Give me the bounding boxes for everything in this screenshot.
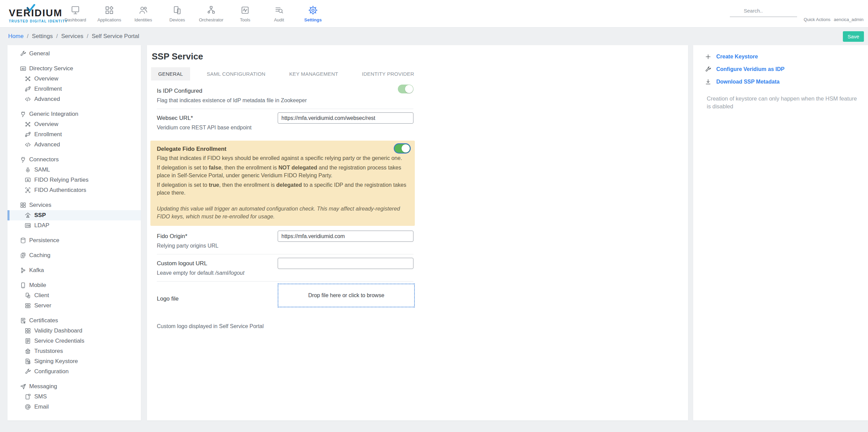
sidebar-item-certificates[interactable]: Certificates	[7, 315, 141, 326]
field-websec-url: Websec URL* Veridium core REST API base …	[157, 109, 413, 136]
logo-checkmark-icon	[26, 4, 35, 12]
address-card-icon	[24, 222, 31, 229]
sidebar-item-fido-relying-parties[interactable]: FIDO Relying Parties	[7, 175, 141, 185]
delegate-fido-toggle[interactable]	[394, 144, 410, 153]
sidebar-item-client[interactable]: Client	[7, 290, 141, 301]
user-menu[interactable]: aencica_admin	[832, 0, 865, 28]
field-description: Flag that indicates existence of IdP met…	[157, 97, 413, 104]
action-create-keystore[interactable]: Create Keystore	[705, 53, 856, 61]
top-bar: VERIDIUM TRUSTED DIGITAL IDENTITY Dashbo…	[0, 0, 868, 28]
plus-icon	[705, 53, 712, 60]
sidebar-item-overview[interactable]: Overview	[7, 119, 141, 129]
sidebar-item-validity-dashboard[interactable]: Validity Dashboard	[7, 326, 141, 336]
person-scan-icon	[24, 187, 31, 194]
sidebar-item-caching[interactable]: Caching	[7, 250, 141, 260]
breadcrumb-home[interactable]: Home	[8, 33, 23, 40]
database-icon	[20, 237, 26, 244]
logo-file-dropzone[interactable]: Drop file here or click to browse	[278, 284, 415, 307]
sidebar-item-saml[interactable]: SAML	[7, 165, 141, 175]
phone-icon	[20, 282, 26, 289]
sidebar-item-fido-authenticators[interactable]: FIDO Authenticators	[7, 185, 141, 195]
delegate-fido-enrollment-box: Delegate Fido Enrollment Flag that indic…	[150, 141, 415, 226]
sidebar-item-enrollment[interactable]: Enrollment	[7, 129, 141, 140]
nav-item-dashboard[interactable]: Dashboard	[58, 0, 92, 28]
wrench-icon	[24, 368, 31, 375]
sidebar-item-ldap[interactable]: LDAP	[7, 220, 141, 231]
action-configure-veridium-as-idp[interactable]: Configure Veridium as IDP	[705, 65, 856, 73]
sms-icon	[24, 393, 31, 400]
wand-icon	[813, 6, 822, 15]
custom-logout-url-input[interactable]	[278, 258, 413, 269]
save-button[interactable]: Save	[843, 31, 864, 42]
nav-item-applications[interactable]: Applications	[92, 0, 126, 28]
sidebar-item-enrollment[interactable]: Enrollment	[7, 84, 141, 94]
sidebar-item-messaging[interactable]: Messaging	[7, 381, 141, 392]
plug-icon	[20, 156, 26, 163]
sidebar-item-email[interactable]: Email	[7, 402, 141, 412]
field-description: Relying party origins URL	[157, 242, 413, 249]
field-custom-logout-url: Custom logout URL Leave empty for defaul…	[157, 254, 413, 282]
sidebar-item-persistence[interactable]: Persistence	[7, 235, 141, 246]
breadcrumb-services[interactable]: Services	[61, 33, 83, 40]
doc-lines-icon	[24, 338, 31, 344]
settings-sidebar: GeneralADDirectory ServiceOverviewEnroll…	[7, 45, 141, 420]
doc-lock-icon	[24, 358, 31, 365]
user-icon	[844, 6, 853, 15]
enroll-icon	[24, 86, 31, 92]
nav-item-settings[interactable]: Settings	[296, 0, 330, 28]
identities-icon	[138, 5, 148, 15]
sidebar-item-configuration[interactable]: Configuration	[7, 366, 141, 377]
tab-identity-provider[interactable]: IDENTITY PROVIDER	[355, 67, 421, 80]
sidebar-item-server[interactable]: Server	[7, 301, 141, 311]
breadcrumb-separator: /	[56, 33, 58, 40]
tools-icon	[240, 5, 250, 15]
sidebar-item-generic-integration[interactable]: Generic Integration	[7, 109, 141, 119]
applications-icon	[104, 5, 114, 15]
sidebar-item-connectors[interactable]: Connectors	[7, 154, 141, 165]
house-person-icon	[24, 212, 31, 219]
fido-origin-input[interactable]	[278, 231, 413, 242]
websec-url-input[interactable]	[278, 112, 413, 124]
quick-actions-button[interactable]: Quick Actions	[800, 0, 834, 28]
orchestrator-icon	[206, 5, 216, 15]
sidebar-item-signing-keystore[interactable]: Signing Keystore	[7, 356, 141, 366]
sidebar-item-sms[interactable]: SMS	[7, 392, 141, 402]
search-box	[730, 7, 797, 17]
download-icon	[705, 78, 712, 85]
action-download-ssp-metadata[interactable]: Download SSP Metadata	[705, 78, 856, 86]
sidebar-item-service-credentials[interactable]: Service Credentials	[7, 336, 141, 346]
breadcrumb-settings[interactable]: Settings	[32, 33, 53, 40]
tab-saml-configuration[interactable]: SAML CONFIGURATION	[200, 67, 273, 80]
sidebar-item-services[interactable]: Services	[7, 200, 141, 210]
cert-icon	[20, 317, 26, 324]
sidebar-item-directory-service[interactable]: ADDirectory Service	[7, 63, 141, 74]
sidebar-item-advanced[interactable]: Advanced	[7, 94, 141, 104]
field-description: Leave empty for default /saml/logout	[157, 270, 413, 276]
sidebar-item-general[interactable]: General	[7, 48, 141, 59]
search-icon	[733, 7, 739, 14]
nav-item-devices[interactable]: Devices	[160, 0, 194, 28]
sidebar-item-ssp[interactable]: SSP	[7, 210, 141, 220]
search-input[interactable]	[744, 8, 784, 14]
sidebar-item-truststores[interactable]: Truststores	[7, 346, 141, 356]
sidebar-item-kafka[interactable]: Kafka	[7, 265, 141, 275]
nav-item-identities[interactable]: Identities	[126, 0, 160, 28]
tab-general[interactable]: GENERAL	[151, 67, 190, 80]
sidebar-item-advanced[interactable]: Advanced	[7, 140, 141, 150]
safe-icon	[24, 348, 31, 355]
nav-item-tools[interactable]: Tools	[228, 0, 262, 28]
audit-icon	[274, 5, 284, 15]
devices-icon	[172, 5, 182, 15]
nav-item-audit[interactable]: Audit	[262, 0, 296, 28]
server-icon	[24, 302, 31, 309]
is-idp-configured-toggle[interactable]	[398, 85, 413, 93]
sidebar-item-overview[interactable]: Overview	[7, 74, 141, 84]
sidebar-item-mobile[interactable]: Mobile	[7, 280, 141, 290]
main-panel: SSP Service GENERALSAML CONFIGURATIONKEY…	[147, 45, 688, 420]
grid-icon	[20, 202, 26, 209]
actions-list: Create KeystoreConfigure Veridium as IDP…	[705, 53, 856, 86]
nav-item-orchestrator[interactable]: Orchestrator	[194, 0, 228, 28]
tab-key-management[interactable]: KEY MANAGEMENT	[282, 67, 345, 80]
svg-text:AD: AD	[21, 67, 25, 70]
gear-icon	[308, 5, 318, 15]
